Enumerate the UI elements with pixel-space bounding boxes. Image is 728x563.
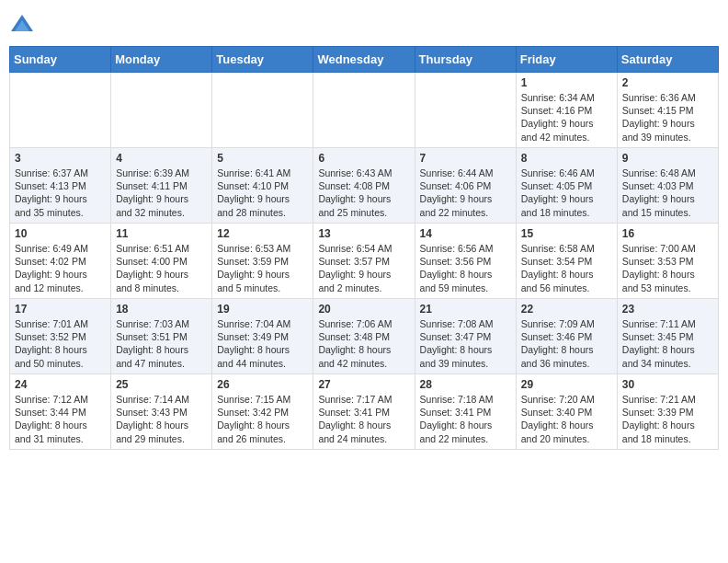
day-info: Sunrise: 6:36 AM Sunset: 4:15 PM Dayligh… (622, 91, 713, 144)
day-info: Sunrise: 7:21 AM Sunset: 3:39 PM Dayligh… (622, 393, 713, 445)
day-number: 15 (521, 227, 612, 240)
calendar-cell: 11Sunrise: 6:51 AM Sunset: 4:00 PM Dayli… (111, 224, 212, 299)
calendar-cell (212, 73, 313, 148)
day-number: 16 (622, 227, 713, 240)
day-info: Sunrise: 7:11 AM Sunset: 3:45 PM Dayligh… (622, 317, 713, 370)
day-info: Sunrise: 6:34 AM Sunset: 4:16 PM Dayligh… (521, 91, 612, 144)
day-number: 28 (420, 378, 511, 391)
calendar-cell: 14Sunrise: 6:56 AM Sunset: 3:56 PM Dayli… (415, 224, 516, 299)
day-info: Sunrise: 7:08 AM Sunset: 3:47 PM Dayligh… (420, 317, 511, 370)
day-number: 9 (622, 152, 713, 165)
day-info: Sunrise: 6:44 AM Sunset: 4:06 PM Dayligh… (420, 167, 511, 219)
calendar: SundayMondayTuesdayWednesdayThursdayFrid… (9, 46, 719, 450)
calendar-cell: 23Sunrise: 7:11 AM Sunset: 3:45 PM Dayli… (617, 299, 718, 374)
day-info: Sunrise: 7:06 AM Sunset: 3:48 PM Dayligh… (318, 317, 409, 370)
calendar-cell: 8Sunrise: 6:46 AM Sunset: 4:05 PM Daylig… (516, 148, 617, 224)
day-number: 29 (521, 378, 612, 391)
calendar-cell (10, 73, 111, 148)
day-info: Sunrise: 7:20 AM Sunset: 3:40 PM Dayligh… (521, 393, 612, 445)
day-number: 10 (15, 227, 106, 240)
day-info: Sunrise: 7:17 AM Sunset: 3:41 PM Dayligh… (318, 393, 409, 445)
day-number: 2 (622, 76, 713, 89)
day-number: 12 (217, 227, 308, 240)
day-info: Sunrise: 7:12 AM Sunset: 3:44 PM Dayligh… (15, 393, 106, 445)
day-info: Sunrise: 6:56 AM Sunset: 3:56 PM Dayligh… (420, 242, 511, 294)
day-number: 8 (521, 152, 612, 165)
day-number: 19 (217, 303, 308, 316)
day-info: Sunrise: 6:58 AM Sunset: 3:54 PM Dayligh… (521, 242, 612, 294)
day-info: Sunrise: 7:18 AM Sunset: 3:41 PM Dayligh… (420, 393, 511, 445)
day-info: Sunrise: 6:51 AM Sunset: 4:00 PM Dayligh… (116, 242, 207, 294)
calendar-cell (313, 73, 415, 148)
header (9, 9, 719, 39)
day-info: Sunrise: 6:49 AM Sunset: 4:02 PM Dayligh… (15, 242, 106, 294)
calendar-cell: 12Sunrise: 6:53 AM Sunset: 3:59 PM Dayli… (212, 224, 313, 299)
col-header-tuesday: Tuesday (212, 47, 313, 73)
day-info: Sunrise: 7:03 AM Sunset: 3:51 PM Dayligh… (116, 317, 207, 370)
calendar-cell: 20Sunrise: 7:06 AM Sunset: 3:48 PM Dayli… (313, 299, 415, 374)
calendar-cell: 3Sunrise: 6:37 AM Sunset: 4:13 PM Daylig… (10, 148, 111, 224)
day-info: Sunrise: 6:53 AM Sunset: 3:59 PM Dayligh… (217, 242, 308, 294)
calendar-cell: 27Sunrise: 7:17 AM Sunset: 3:41 PM Dayli… (313, 374, 415, 450)
day-number: 1 (521, 76, 612, 89)
calendar-week-row: 1Sunrise: 6:34 AM Sunset: 4:16 PM Daylig… (10, 73, 719, 148)
calendar-cell: 29Sunrise: 7:20 AM Sunset: 3:40 PM Dayli… (516, 374, 617, 450)
col-header-thursday: Thursday (415, 47, 516, 73)
day-info: Sunrise: 6:41 AM Sunset: 4:10 PM Dayligh… (217, 167, 308, 219)
col-header-friday: Friday (516, 47, 617, 73)
day-number: 6 (318, 152, 409, 165)
day-number: 25 (116, 378, 207, 391)
calendar-cell: 30Sunrise: 7:21 AM Sunset: 3:39 PM Dayli… (617, 374, 718, 450)
calendar-cell: 1Sunrise: 6:34 AM Sunset: 4:16 PM Daylig… (516, 73, 617, 148)
calendar-week-row: 17Sunrise: 7:01 AM Sunset: 3:52 PM Dayli… (10, 299, 719, 374)
calendar-cell: 15Sunrise: 6:58 AM Sunset: 3:54 PM Dayli… (516, 224, 617, 299)
calendar-cell: 5Sunrise: 6:41 AM Sunset: 4:10 PM Daylig… (212, 148, 313, 224)
day-number: 17 (15, 303, 106, 316)
day-info: Sunrise: 6:46 AM Sunset: 4:05 PM Dayligh… (521, 167, 612, 219)
day-number: 4 (116, 152, 207, 165)
day-number: 13 (318, 227, 409, 240)
day-info: Sunrise: 7:00 AM Sunset: 3:53 PM Dayligh… (622, 242, 713, 294)
calendar-cell: 10Sunrise: 6:49 AM Sunset: 4:02 PM Dayli… (10, 224, 111, 299)
day-number: 26 (217, 378, 308, 391)
calendar-header-row: SundayMondayTuesdayWednesdayThursdayFrid… (10, 47, 719, 73)
calendar-cell: 28Sunrise: 7:18 AM Sunset: 3:41 PM Dayli… (415, 374, 516, 450)
day-info: Sunrise: 7:01 AM Sunset: 3:52 PM Dayligh… (15, 317, 106, 370)
day-info: Sunrise: 7:09 AM Sunset: 3:46 PM Dayligh… (521, 317, 612, 370)
logo (9, 13, 39, 39)
calendar-cell: 26Sunrise: 7:15 AM Sunset: 3:42 PM Dayli… (212, 374, 313, 450)
day-info: Sunrise: 6:54 AM Sunset: 3:57 PM Dayligh… (318, 242, 409, 294)
day-number: 7 (420, 152, 511, 165)
calendar-cell: 19Sunrise: 7:04 AM Sunset: 3:49 PM Dayli… (212, 299, 313, 374)
calendar-cell: 9Sunrise: 6:48 AM Sunset: 4:03 PM Daylig… (617, 148, 718, 224)
calendar-cell: 17Sunrise: 7:01 AM Sunset: 3:52 PM Dayli… (10, 299, 111, 374)
day-number: 3 (15, 152, 106, 165)
calendar-cell: 25Sunrise: 7:14 AM Sunset: 3:43 PM Dayli… (111, 374, 212, 450)
calendar-cell: 13Sunrise: 6:54 AM Sunset: 3:57 PM Dayli… (313, 224, 415, 299)
calendar-week-row: 3Sunrise: 6:37 AM Sunset: 4:13 PM Daylig… (10, 148, 719, 224)
day-info: Sunrise: 6:48 AM Sunset: 4:03 PM Dayligh… (622, 167, 713, 219)
calendar-week-row: 24Sunrise: 7:12 AM Sunset: 3:44 PM Dayli… (10, 374, 719, 450)
calendar-cell: 7Sunrise: 6:44 AM Sunset: 4:06 PM Daylig… (415, 148, 516, 224)
day-number: 30 (622, 378, 713, 391)
day-number: 20 (318, 303, 409, 316)
day-number: 27 (318, 378, 409, 391)
day-number: 23 (622, 303, 713, 316)
day-number: 21 (420, 303, 511, 316)
logo-icon (9, 13, 35, 39)
day-number: 24 (15, 378, 106, 391)
calendar-cell: 21Sunrise: 7:08 AM Sunset: 3:47 PM Dayli… (415, 299, 516, 374)
day-info: Sunrise: 6:43 AM Sunset: 4:08 PM Dayligh… (318, 167, 409, 219)
col-header-sunday: Sunday (10, 47, 111, 73)
day-number: 22 (521, 303, 612, 316)
col-header-monday: Monday (111, 47, 212, 73)
calendar-cell: 6Sunrise: 6:43 AM Sunset: 4:08 PM Daylig… (313, 148, 415, 224)
day-number: 18 (116, 303, 207, 316)
calendar-cell: 22Sunrise: 7:09 AM Sunset: 3:46 PM Dayli… (516, 299, 617, 374)
day-number: 5 (217, 152, 308, 165)
day-info: Sunrise: 7:04 AM Sunset: 3:49 PM Dayligh… (217, 317, 308, 370)
day-info: Sunrise: 6:37 AM Sunset: 4:13 PM Dayligh… (15, 167, 106, 219)
day-number: 14 (420, 227, 511, 240)
day-number: 11 (116, 227, 207, 240)
calendar-week-row: 10Sunrise: 6:49 AM Sunset: 4:02 PM Dayli… (10, 224, 719, 299)
